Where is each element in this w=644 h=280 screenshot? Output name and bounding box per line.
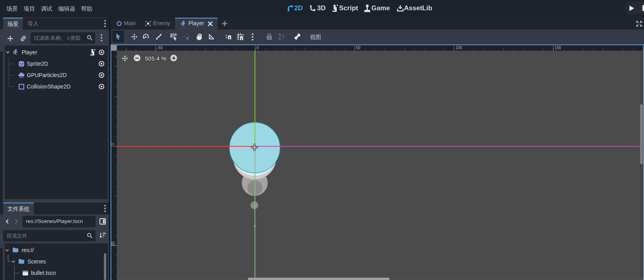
svg-text:505.4 %: 505.4 % bbox=[145, 55, 166, 62]
